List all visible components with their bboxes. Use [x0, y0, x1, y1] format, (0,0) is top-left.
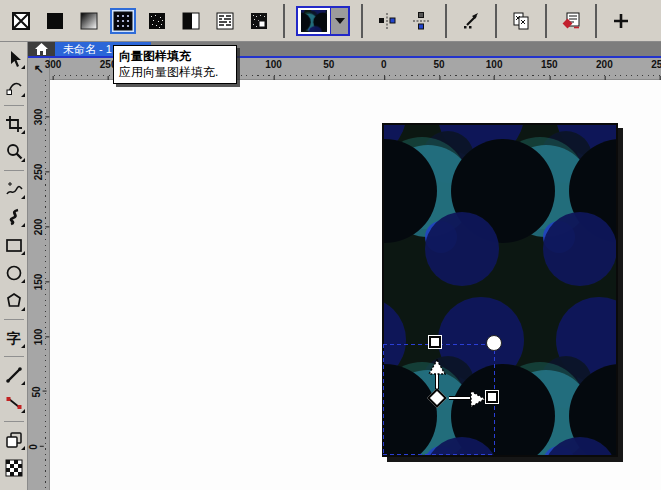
ruler-origin-icon: ↖: [33, 62, 43, 76]
pick-tool[interactable]: [2, 48, 26, 70]
vector-pattern-fill-preview: [384, 125, 616, 455]
h-ruler-label: 250: [651, 60, 661, 76]
v-ruler-label: 150: [34, 274, 44, 291]
pattern-vertical-square-handle[interactable]: [429, 336, 441, 348]
tooltip-description: 应用向量图样填充.: [119, 64, 231, 80]
toolbox-separator: [4, 356, 24, 357]
uniform-fill-button[interactable]: [42, 8, 68, 34]
fill-handle-horizontal-connector: [449, 396, 470, 400]
bitmap-pattern-fill-icon: [147, 11, 167, 31]
v-ruler-label: 0: [29, 444, 39, 450]
tooltip: 向量图样填充 应用向量图样填充.: [113, 45, 237, 84]
pattern-horizontal-square-handle[interactable]: [486, 391, 498, 403]
fill-options-button[interactable]: [558, 8, 584, 34]
toolbox-separator: [4, 421, 24, 422]
toolbar-separator: [445, 4, 447, 38]
toolbox-separator: [4, 319, 24, 320]
toolbar-separator: [595, 4, 597, 38]
mirror-tiles-vertically-button[interactable]: [408, 8, 434, 34]
texture-fill-button[interactable]: [212, 8, 238, 34]
toolbox-separator: [4, 170, 24, 171]
freehand-tool[interactable]: [2, 178, 26, 200]
pattern-rotation-circle-handle[interactable]: [486, 335, 502, 351]
postscript-fill-button[interactable]: [246, 8, 272, 34]
v-ruler-label: 250: [34, 164, 44, 181]
text-tool-icon: 字: [7, 331, 21, 345]
edit-fill-icon: [460, 10, 482, 32]
v-ruler-label: 300: [34, 109, 44, 126]
interactive-fill-tool-icon: [4, 458, 24, 478]
mirror-vertical-icon: [410, 10, 432, 32]
mirror-horizontal-icon: [376, 10, 398, 32]
h-ruler-label: 300: [45, 60, 62, 76]
postscript-fill-icon: [249, 11, 269, 31]
plus-icon: [610, 10, 632, 32]
fountain-fill-icon: [79, 11, 99, 31]
ellipse-tool[interactable]: [2, 262, 26, 284]
polygon-tool[interactable]: [2, 290, 26, 312]
vector-pattern-swatch: [298, 8, 330, 34]
fountain-fill-button[interactable]: [76, 8, 102, 34]
h-ruler-label: 50: [433, 60, 444, 76]
zoom-tool[interactable]: [2, 141, 26, 163]
dropdown-arrow-icon[interactable]: [330, 8, 348, 34]
artistic-media-tool[interactable]: [2, 206, 26, 228]
coreldraw-window: 字: [0, 0, 661, 490]
fill-picker-dropdown[interactable]: [296, 6, 350, 36]
toolbox: 字: [0, 42, 28, 490]
add-fill-button[interactable]: [608, 8, 634, 34]
dimension-tool[interactable]: [2, 364, 26, 386]
rectangle-tool[interactable]: [2, 234, 26, 256]
vector-pattern-fill-icon: [113, 11, 133, 31]
toolbar-separator: [495, 4, 497, 38]
bitmap-pattern-fill-button[interactable]: [144, 8, 170, 34]
text-tool[interactable]: 字: [2, 327, 26, 349]
pattern-tile-left-guide: [383, 344, 384, 455]
pattern-tile-bottom-guide: [383, 454, 494, 455]
two-color-pattern-fill-button[interactable]: [178, 8, 204, 34]
mirror-tiles-horizontally-button[interactable]: [374, 8, 400, 34]
shape-tool[interactable]: [2, 76, 26, 98]
property-bar: [0, 0, 661, 42]
edit-fill-button[interactable]: [458, 8, 484, 34]
uniform-fill-icon: [45, 11, 65, 31]
drawing-page[interactable]: [382, 123, 618, 457]
toolbar-separator: [545, 4, 547, 38]
two-color-pattern-fill-icon: [181, 11, 201, 31]
h-ruler-label: 50: [323, 60, 334, 76]
v-ruler-label: 200: [34, 219, 44, 236]
fill-options-icon: [560, 10, 582, 32]
copy-fill-icon: [510, 10, 532, 32]
v-ruler-label: 100: [34, 329, 44, 346]
h-ruler-label: 0: [381, 60, 387, 76]
tooltip-title: 向量图样填充: [119, 48, 231, 64]
welcome-home-button[interactable]: [28, 42, 55, 56]
h-ruler-label: 100: [486, 60, 503, 76]
vector-pattern-fill-button[interactable]: [110, 8, 136, 34]
h-ruler-label: 150: [541, 60, 558, 76]
h-ruler-label: 100: [265, 60, 282, 76]
no-fill-icon: [11, 11, 31, 31]
pattern-right-arrow-handle[interactable]: [470, 390, 486, 412]
drop-shadow-tool[interactable]: [2, 429, 26, 451]
interactive-fill-tool[interactable]: [2, 457, 26, 479]
connector-tool[interactable]: [2, 392, 26, 414]
pattern-up-arrow-handle[interactable]: [428, 359, 446, 379]
toolbar-separator: [361, 4, 363, 38]
toolbar-separator: [283, 4, 285, 38]
drawing-area[interactable]: [50, 80, 661, 490]
vertical-ruler[interactable]: 300250200150100500: [28, 80, 50, 490]
h-ruler-label: 200: [596, 60, 613, 76]
v-ruler-label: 50: [32, 386, 42, 397]
home-icon: [35, 43, 48, 55]
toolbox-separator: [4, 105, 24, 106]
no-fill-button[interactable]: [8, 8, 34, 34]
document-tab-label: 未命名 - 1: [63, 42, 112, 57]
texture-fill-icon: [215, 11, 235, 31]
copy-fill-properties-button[interactable]: [508, 8, 534, 34]
crop-tool[interactable]: [2, 113, 26, 135]
